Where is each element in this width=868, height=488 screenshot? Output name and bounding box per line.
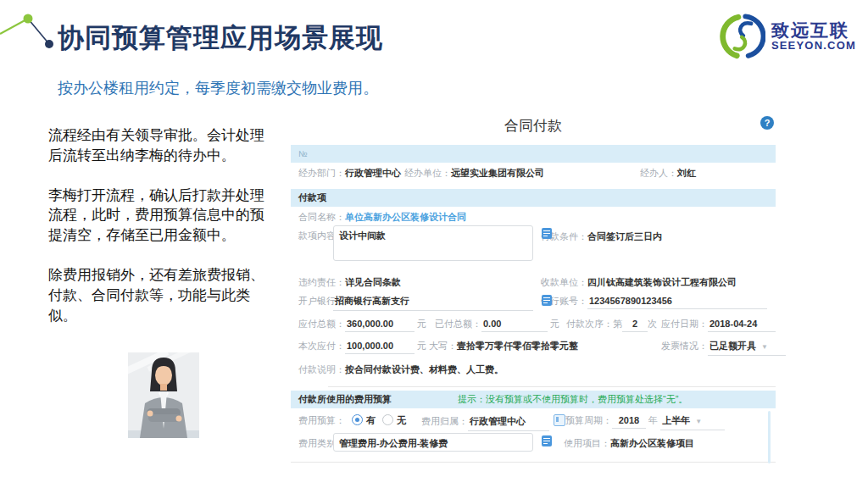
contract-name-link[interactable]: 单位高新办公区装修设计合同: [345, 212, 466, 222]
current-unit: 元: [417, 341, 426, 351]
bank-row: 开户银行： 招商银行高新支行 银行账号：1234567890123456: [291, 295, 776, 310]
brand-logo: 致远互联 SEEYON.COM: [720, 14, 856, 59]
chevron-down-icon: ▼: [695, 418, 702, 425]
agent-unit-label: 经办单位：: [404, 168, 451, 178]
payee-field: 收款单位：四川钛高建筑装饰设计工程有限公司: [541, 276, 737, 289]
brand-name: 致远互联: [771, 21, 856, 40]
agent-person-value: 刘红: [677, 168, 696, 178]
sequence-label: 付款次序：: [566, 319, 613, 329]
budget-year-unit: 年: [648, 415, 658, 425]
budget-yes-radio[interactable]: [352, 414, 363, 425]
invoice-value[interactable]: 已足额开具▼: [708, 340, 786, 356]
payment-condition-field: 付款条件：合同签订后三日内: [541, 230, 662, 243]
budget-toggle-label: 费用预算：: [298, 415, 345, 425]
breach-row: 违约责任：详见合同条款 收款单位：四川钛高建筑装饰设计工程有限公司: [291, 276, 776, 291]
total-payable-input[interactable]: 360,000.00: [345, 319, 415, 332]
selector-icon[interactable]: [554, 414, 565, 426]
budget-category-input[interactable]: 管理费用-办公费用-装修费: [333, 433, 533, 452]
paid-total-label: 已付总额：: [435, 319, 481, 329]
story-paragraph: 李梅打开流程，确认后打款并处理流程，此时，费用预算信息中的预提清空，存储至已用金…: [48, 186, 274, 246]
page-title: 协同预算管理应用场景展现: [58, 20, 383, 56]
current-payable-label: 本次应付：: [298, 341, 345, 351]
story-paragraph: 除费用报销外，还有差旅费报销、付款、合同付款等，功能与此类似。: [48, 265, 274, 325]
payment-condition-value: 合同签订后三日内: [587, 231, 662, 241]
agent-dept-label: 经办部门：: [298, 168, 345, 178]
contract-name-row: 合同名称：单位高新办公区装修设计合同: [291, 211, 776, 226]
budget-project-label: 使用项目：: [564, 438, 610, 448]
decorative-polyline-icon: [0, 2, 58, 53]
payment-section-header: 付款项: [291, 189, 776, 207]
sequence-input[interactable]: 2: [622, 319, 648, 332]
breach-field: 违约责任：详见合同条款: [298, 276, 401, 289]
story-text: 流程经由有关领导审批。会计处理后流转至出纳李梅的待办中。 李梅打开流程，确认后打…: [48, 125, 274, 345]
agent-row: 经办部门：行政管理中心 经办单位：远望实业集团有限公司 经办人：刘红: [291, 167, 776, 182]
brand-swirl-icon: [720, 14, 765, 59]
budget-half-dropdown[interactable]: 上半年▼: [660, 414, 725, 430]
budget-no-radio[interactable]: [382, 414, 393, 425]
amounts-row-1: 应付总额：360,000.00 元 已付总额：0.00 元 付款次序：第2次 应…: [291, 318, 776, 333]
current-payable-input[interactable]: 100,000.00: [345, 341, 415, 354]
brand-domain: SEEYON.COM: [771, 40, 856, 52]
agent-dept-field: 经办部门：行政管理中心: [298, 167, 401, 180]
document-picker-icon[interactable]: [542, 435, 552, 446]
form-title: 合同付款: [291, 116, 776, 136]
cashier-photo: [128, 352, 199, 438]
help-icon[interactable]: ?: [760, 116, 774, 130]
budget-period-field: 预算周期：2018 年 上半年▼: [565, 414, 725, 430]
page-subtitle: 按办公楼租用约定，每季度初需缴交物业费用。: [58, 78, 378, 98]
budget-yes-label[interactable]: 有: [366, 415, 376, 425]
document-picker-icon[interactable]: [542, 228, 552, 239]
story-paragraph: 流程经由有关领导审批。会计处理后流转至出纳李梅的待办中。: [48, 125, 274, 166]
due-date-input[interactable]: 2018-04-24: [708, 319, 776, 332]
payment-note-row: 付款说明：按合同付款设计费、材料费、人工费。: [291, 363, 776, 379]
breach-value: 详见合同条款: [345, 277, 401, 287]
payee-label: 收款单位：: [541, 277, 587, 287]
chevron-down-icon: ▼: [761, 343, 768, 351]
agent-person-label: 经办人：: [640, 168, 677, 178]
bank-input[interactable]: 招商银行高新支行: [333, 295, 533, 311]
scrollbar[interactable]: [768, 411, 771, 463]
agent-person-field: 经办人：刘红: [640, 167, 696, 180]
payment-note-label: 付款说明：: [298, 364, 345, 374]
budget-section-header: 付款所使用的费用预算 提示：没有预算或不使用预算时，费用预算处选择“无”。: [291, 391, 776, 408]
payment-note-value: 按合同付款设计费、材料费、人工费。: [345, 364, 504, 374]
contract-name-label: 合同名称：: [298, 212, 345, 222]
slide: 协同预算管理应用场景展现 按办公楼租用约定，每季度初需缴交物业费用。 致远互联 …: [0, 0, 868, 488]
agent-unit-field: 经办单位：远望实业集团有限公司: [404, 167, 544, 180]
sequence-prefix: 第: [613, 319, 622, 329]
serial-number-bar: №: [291, 145, 776, 163]
agent-dept-value: 行政管理中心: [345, 168, 401, 178]
budget-period-label: 预算周期：: [565, 415, 612, 425]
invoice-dropdown[interactable]: 发票情况：已足额开具▼: [661, 340, 786, 356]
budget-year-input[interactable]: 2018: [612, 415, 646, 429]
amount-in-words-value: 壹拾零万零仟零佰零拾零元整: [457, 341, 578, 351]
due-date-label: 应付日期：: [661, 319, 708, 329]
budget-belong-label: 费用归属：: [421, 416, 468, 426]
sequence-suffix: 次: [648, 319, 657, 329]
amounts-row-2: 本次应付：100,000.00 元 大写：壹拾零万零仟零佰零拾零元整 发票情况：…: [291, 340, 776, 355]
budget-belong-input[interactable]: 行政管理中心: [468, 415, 549, 431]
divider: [328, 386, 776, 387]
paid-total-input[interactable]: 0.00: [481, 319, 548, 332]
account-input[interactable]: 1234567890123456: [587, 296, 767, 309]
contract-payment-form: 合同付款 ? № 经办部门：行政管理中心 经办单位：远望实业集团有限公司 经办人…: [291, 113, 776, 467]
budget-row-1: 费用预算：有无 费用归属：行政管理中心 预算周期：2018 年 上半年▼: [291, 414, 776, 430]
amount-in-words-label: 大写：: [429, 341, 457, 351]
budget-hint: 提示：没有预算或不使用预算时，费用预算处选择“无”。: [458, 391, 687, 408]
breach-label: 违约责任：: [298, 277, 345, 287]
budget-no-label[interactable]: 无: [397, 415, 406, 425]
budget-project-value: 高新办公区装修项目: [610, 438, 694, 448]
agent-unit-value: 远望实业集团有限公司: [451, 168, 544, 178]
budget-section-title: 付款所使用的费用预算: [298, 394, 392, 404]
total-payable-label: 应付总额：: [298, 319, 345, 329]
invoice-label: 发票情况：: [661, 341, 708, 351]
document-picker-icon[interactable]: [542, 295, 552, 306]
paid-unit: 元: [550, 319, 559, 329]
divider: [291, 462, 776, 463]
total-unit: 元: [417, 319, 426, 329]
payment-content-textarea[interactable]: 设计中间款: [333, 225, 533, 261]
payee-value: 四川钛高建筑装饰设计工程有限公司: [587, 277, 737, 287]
